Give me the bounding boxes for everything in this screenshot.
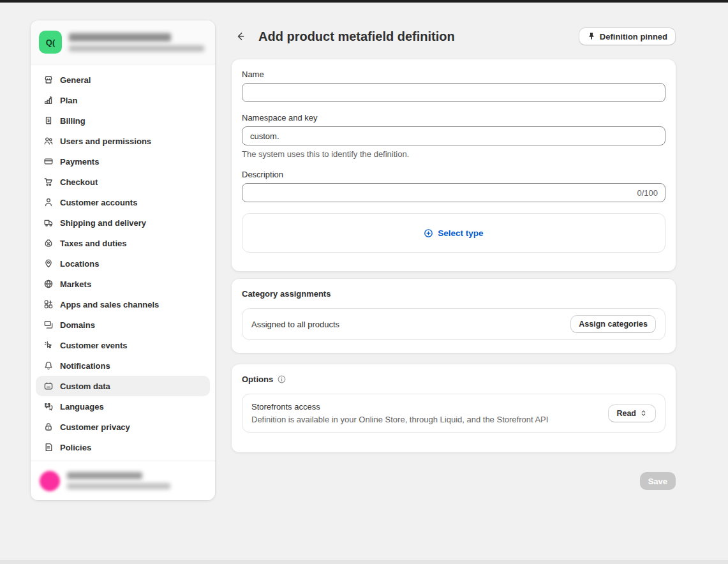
users-icon bbox=[43, 136, 54, 146]
save-button[interactable]: Save bbox=[640, 472, 676, 490]
storefronts-access-text: Storefronts access Definition is availab… bbox=[251, 402, 548, 424]
namespace-field-group: Namespace and key The system uses this t… bbox=[242, 113, 665, 159]
arrow-left-icon bbox=[234, 30, 247, 43]
sidebar-item-general[interactable]: General bbox=[36, 70, 210, 90]
store-meta bbox=[69, 33, 204, 52]
definition-card: Name Namespace and key The system uses t… bbox=[232, 59, 676, 271]
storefronts-access-row: Storefronts access Definition is availab… bbox=[242, 394, 665, 433]
globe-icon bbox=[43, 279, 54, 289]
category-assignments-heading: Category assignments bbox=[242, 289, 331, 299]
character-counter: 0/100 bbox=[637, 188, 658, 198]
settings-nav: General Plan $ Billing Users and permiss… bbox=[31, 64, 215, 457]
assign-categories-button[interactable]: Assign categories bbox=[570, 315, 656, 333]
policies-icon bbox=[43, 442, 54, 452]
sidebar-item-policies[interactable]: Policies bbox=[36, 437, 210, 457]
lock-icon bbox=[43, 422, 54, 432]
sidebar-item-checkout[interactable]: Checkout bbox=[36, 172, 210, 192]
payments-icon bbox=[43, 156, 54, 167]
taxes-icon bbox=[43, 238, 54, 248]
cart-icon bbox=[43, 177, 54, 187]
billing-icon: $ bbox=[43, 115, 54, 126]
store-header: Q( bbox=[31, 20, 215, 64]
apps-icon bbox=[43, 299, 54, 309]
user-footer[interactable] bbox=[31, 461, 215, 500]
description-label: Description bbox=[242, 170, 665, 179]
select-chevrons-icon bbox=[639, 409, 648, 417]
page-title: Add product metafield definition bbox=[258, 29, 455, 44]
bottom-edge bbox=[0, 560, 728, 564]
sidebar-item-locations[interactable]: Locations bbox=[36, 253, 210, 274]
sidebar-item-apps-and-sales-channels[interactable]: Apps and sales channels bbox=[36, 294, 210, 315]
cursor-click-icon bbox=[43, 340, 54, 350]
person-icon bbox=[43, 197, 54, 207]
settings-page: Q( General Plan $ Billing Users and perm… bbox=[0, 0, 728, 564]
sidebar-item-customer-privacy[interactable]: Customer privacy bbox=[36, 417, 210, 437]
storefronts-access-description: Definition is available in your Online S… bbox=[251, 415, 548, 424]
definition-pinned-button[interactable]: Definition pinned bbox=[579, 27, 676, 45]
storefronts-access-title: Storefronts access bbox=[251, 402, 548, 412]
sidebar-item-billing[interactable]: $ Billing bbox=[36, 110, 210, 131]
info-icon[interactable] bbox=[277, 375, 286, 384]
svg-text:$: $ bbox=[47, 118, 50, 123]
namespace-label: Namespace and key bbox=[242, 113, 665, 122]
category-assignment-row: Assigned to all products Assign categori… bbox=[242, 308, 665, 340]
options-heading: Options bbox=[242, 375, 273, 384]
truck-icon bbox=[43, 218, 54, 228]
sidebar-item-users-and-permissions[interactable]: Users and permissions bbox=[36, 131, 210, 151]
namespace-input[interactable] bbox=[242, 126, 665, 145]
store-name-redacted bbox=[69, 33, 171, 41]
back-button[interactable] bbox=[232, 27, 249, 45]
plan-icon bbox=[43, 95, 54, 105]
store-url-redacted bbox=[69, 45, 204, 52]
pin-icon bbox=[587, 32, 596, 41]
plus-circle-icon bbox=[424, 228, 433, 238]
sidebar-item-customer-events[interactable]: Customer events bbox=[36, 335, 210, 355]
svg-text:A: A bbox=[46, 403, 49, 407]
custom-data-icon bbox=[43, 381, 54, 391]
settings-sidebar: Q( General Plan $ Billing Users and perm… bbox=[31, 20, 215, 500]
sidebar-item-customer-accounts[interactable]: Customer accounts bbox=[36, 192, 210, 212]
user-email-redacted bbox=[67, 483, 170, 489]
type-selector-box: Select type bbox=[242, 213, 665, 253]
namespace-help-text: The system uses this to identify the def… bbox=[242, 149, 665, 159]
user-avatar bbox=[40, 471, 60, 491]
location-pin-icon bbox=[43, 258, 54, 269]
sidebar-item-markets[interactable]: Markets bbox=[36, 274, 210, 294]
top-admin-bar bbox=[0, 0, 728, 3]
sidebar-item-taxes-and-duties[interactable]: Taxes and duties bbox=[36, 233, 210, 253]
user-meta bbox=[67, 472, 170, 489]
storefront-access-select[interactable]: Read bbox=[608, 404, 656, 422]
description-input[interactable] bbox=[242, 183, 665, 202]
sidebar-item-shipping-and-delivery[interactable]: Shipping and delivery bbox=[36, 212, 210, 233]
domains-icon bbox=[43, 320, 54, 330]
translate-icon: A bbox=[43, 401, 54, 412]
bell-icon bbox=[43, 360, 54, 371]
sidebar-item-custom-data[interactable]: Custom data bbox=[36, 376, 210, 396]
sidebar-item-plan[interactable]: Plan bbox=[36, 90, 210, 110]
category-assignments-card: Category assignments Assigned to all pro… bbox=[232, 279, 676, 353]
select-type-button[interactable]: Select type bbox=[420, 228, 487, 239]
description-field-group: Description 0/100 bbox=[242, 170, 665, 202]
options-card: Options Storefronts access Definition is… bbox=[232, 364, 676, 452]
store-avatar: Q( bbox=[39, 31, 62, 54]
name-label: Name bbox=[242, 70, 665, 79]
save-row: Save bbox=[232, 472, 676, 490]
sidebar-item-notifications[interactable]: Notifications bbox=[36, 355, 210, 376]
sidebar-item-payments[interactable]: Payments bbox=[36, 151, 210, 172]
sidebar-item-languages[interactable]: A Languages bbox=[36, 396, 210, 417]
name-field-group: Name bbox=[242, 70, 665, 102]
sidebar-item-domains[interactable]: Domains bbox=[36, 315, 210, 335]
name-input[interactable] bbox=[242, 83, 665, 102]
page-header: Add product metafield definition Definit… bbox=[232, 27, 676, 46]
store-icon bbox=[43, 75, 54, 85]
user-name-redacted bbox=[67, 472, 142, 479]
assignment-status-text: Assigned to all products bbox=[251, 320, 339, 329]
